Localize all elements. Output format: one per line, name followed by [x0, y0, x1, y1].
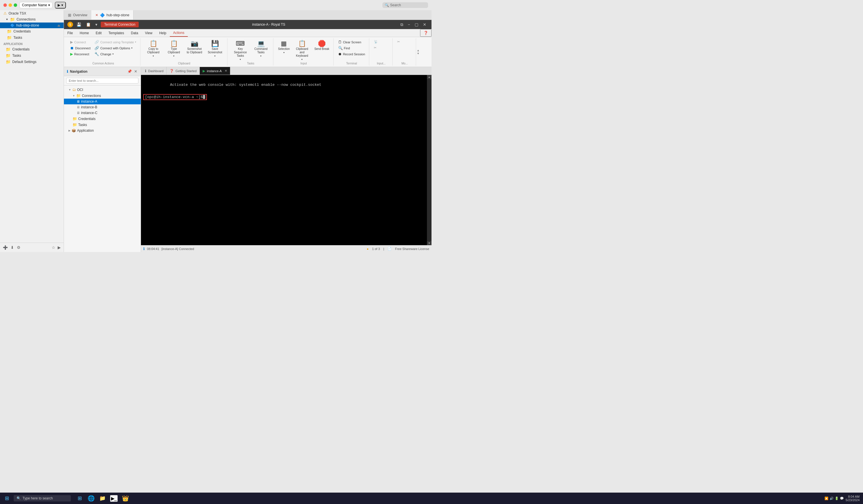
sidebar-item-credentials[interactable]: 📁 Credentials [0, 28, 64, 35]
sidebar-item-tasks[interactable]: 📁 Tasks [0, 35, 64, 41]
copy-clipboard-button[interactable]: 📋 Copy to Clipboard ▾ [143, 39, 163, 59]
chevron-down-icon-connections: ▼ [6, 18, 8, 21]
sidebar-item-app-credentials[interactable]: 📁 Credentials [0, 46, 64, 52]
ribbon-tab-edit[interactable]: Edit [92, 29, 105, 37]
terminal-prompt-box: [opc@ih-instance-vcn-a ~]$ [143, 94, 207, 100]
settings-button[interactable]: ⚙ [16, 245, 21, 250]
session-tab-instance-a[interactable]: ▶ instance-A ✕ [200, 67, 230, 75]
reconnect-button[interactable]: ▶ Reconnect [68, 51, 92, 57]
change-button[interactable]: 🔧 Change ▾ [93, 51, 138, 57]
computer-name-button[interactable]: Computer Name ▾ [20, 2, 52, 8]
selection-button[interactable]: ▦ Selection ▾ [276, 39, 291, 55]
terminal-prompt-line: [opc@ih-instance-vcn-a ~]$ [143, 94, 429, 100]
ribbon-scroll-down[interactable]: ▼ [417, 52, 420, 55]
ribbon-tab-view[interactable]: View [141, 29, 156, 37]
minimize-traffic-light[interactable] [9, 3, 12, 7]
win-close-button[interactable]: ✕ [421, 22, 428, 28]
input2-icon2: ✂ [374, 46, 376, 50]
tree-item-instance-c[interactable]: 🖥 instance-C [64, 110, 141, 116]
folder-icon-cred-nav: 📁 [73, 117, 77, 121]
ribbon-tab-actions[interactable]: Actions [170, 29, 188, 37]
ribbon-scroll: ▲ ▼ [417, 38, 420, 66]
nav-pin-button[interactable]: 📌 [127, 69, 133, 74]
terminal-scroll-down[interactable]: ▼ [427, 241, 432, 245]
input2-btn1[interactable]: 📡 [372, 39, 379, 44]
disconnect-icon: ⏹ [70, 46, 74, 50]
terminal-scroll-up[interactable]: ▲ [427, 75, 432, 79]
tree-item-credentials-nav[interactable]: 📁 Credentials [64, 116, 141, 122]
ribbon-tab-data[interactable]: Data [127, 29, 141, 37]
tree-item-instance-a[interactable]: 🖥 instance-A [64, 99, 141, 104]
maximize-traffic-light[interactable] [14, 3, 17, 7]
nav-search[interactable] [64, 76, 141, 86]
terminal-label: Terminal Connection [101, 22, 139, 27]
connect-options-button[interactable]: 🔗 Connect with Options ▾ [93, 45, 138, 51]
play-forward-button[interactable]: ▶ [57, 245, 61, 250]
type-clipboard-button[interactable]: 📋 Type Clipboard ▾ [164, 39, 184, 59]
win-maximize-button[interactable]: ▢ [413, 22, 420, 28]
close-traffic-light[interactable] [3, 3, 7, 7]
send-break-button[interactable]: 🛑 Send Break [312, 39, 331, 52]
clear-screen-button[interactable]: 🗒 Clear Screen [336, 39, 367, 45]
record-session-button[interactable]: ⏺ Record Session [336, 51, 367, 57]
search-placeholder: Search [390, 3, 401, 7]
key-sequence-button[interactable]: ⌨ Key Sequence Tasks ▾ [230, 39, 250, 62]
input2-btn2[interactable]: ✂ [372, 45, 379, 50]
nav-close-button[interactable]: ✕ [134, 69, 138, 74]
win-minimize-button[interactable]: − [406, 22, 412, 28]
ribbon-scroll-up[interactable]: ▲ [417, 49, 420, 52]
down-arrow-button[interactable]: ⬇ [10, 245, 14, 250]
sidebar-item-hub-step-stone[interactable]: 🔷 hub-step-stone ⏏ [0, 23, 64, 28]
ribbon-tab-templates[interactable]: Templates [105, 29, 127, 37]
star-button[interactable]: ☆ [51, 245, 56, 250]
command-tasks-button[interactable]: 💻 Command Tasks ▾ [251, 39, 271, 59]
tab-overview[interactable]: ⊞ Overview [64, 10, 91, 20]
sidebar-item-oracle-tsx[interactable]: ⚠ Oracle TSX [0, 10, 64, 16]
sidebar-item-default-settings[interactable]: 📁 Default Settings [0, 59, 64, 65]
tree-item-tasks-nav[interactable]: 📁 Tasks [64, 122, 141, 128]
instance-title-label: instance-A - Royal TS [252, 23, 285, 26]
reconnect-icon: ▶ [70, 52, 73, 56]
tree-item-application[interactable]: ▶ 📦 Application [64, 128, 141, 133]
tree-item-oci[interactable]: ▼ 🗂 OCI [64, 87, 141, 93]
play-button[interactable]: ▶ ▾ [55, 2, 66, 9]
clipboard-keyboard-button[interactable]: 📋 Clipboard and Keyboard ▾ [292, 39, 312, 62]
session-tab-dashboard[interactable]: ℹ Dashboard [142, 67, 167, 75]
options-button-sub[interactable]: ▾ [94, 22, 99, 27]
app-tasks-label: Tasks [12, 54, 21, 57]
ribbon-group-input: ▦ Selection ▾ 📋 Clipboard and Keyboard ▾… [274, 38, 333, 66]
pagination-icon: ● [367, 247, 369, 250]
nav-search-input[interactable] [66, 78, 138, 83]
folder-icon-tasks: 📁 [7, 35, 12, 40]
instance-a-tab-close[interactable]: ✕ [225, 69, 227, 73]
terminal[interactable]: Activate the web console with: systemctl… [141, 75, 432, 245]
chevron-oci: ▼ [68, 88, 71, 91]
win-restore-button[interactable]: ⧉ [399, 22, 405, 28]
tree-item-connections[interactable]: ▼ 📁 Connections [64, 93, 141, 99]
navigation-panel: ℹ Navigation 📌 ✕ ▼ 🗂 OCI [64, 67, 141, 252]
ribbon-tab-help[interactable]: Help [156, 29, 170, 37]
sidebar-item-connections[interactable]: ▼ 📁 Connections [0, 16, 64, 23]
save-screenshot-button[interactable]: 💾 Save Screenshot ▾ [205, 39, 225, 59]
session-tab-getting-started[interactable]: ❓ Getting Started [167, 67, 200, 75]
add-button[interactable]: ➕ [2, 245, 8, 250]
copy-button-sub[interactable]: 📋 [85, 22, 92, 27]
terminal-tab-icon: ▶ [203, 69, 205, 73]
ribbon-tab-home[interactable]: Home [76, 29, 92, 37]
terminal-scrollbar: ▲ ▼ [427, 75, 432, 245]
tab-hub-step-stone[interactable]: ✕ 🔷 hub-step-stone [91, 10, 134, 20]
key-sequence-icon: ⌨ [236, 40, 245, 47]
sidebar-item-app-tasks[interactable]: 📁 Tasks [0, 52, 64, 59]
ribbon-help-button[interactable]: ❓ [420, 29, 432, 37]
global-search[interactable]: 🔍 Search [383, 2, 428, 8]
more-btn1[interactable]: ✂ [396, 39, 401, 44]
disconnect-button[interactable]: ⏹ Disconnect [68, 45, 92, 51]
clear-screen-icon: 🗒 [338, 40, 342, 44]
tree-item-instance-b[interactable]: 🖥 instance-B [64, 104, 141, 110]
screenshot-clipboard-button[interactable]: 📷 Screenshot to Clipboard [184, 39, 204, 55]
ribbon-tab-file[interactable]: File [64, 29, 76, 37]
ribbon-body: ▶ Connect ⏹ Disconnect ▶ Reconnect [64, 37, 432, 67]
save-button-sub[interactable]: 💾 [75, 22, 83, 27]
tab-bar: ⊞ Overview ✕ 🔷 hub-step-stone [64, 10, 432, 20]
find-button[interactable]: 🔍 Find [336, 45, 367, 51]
